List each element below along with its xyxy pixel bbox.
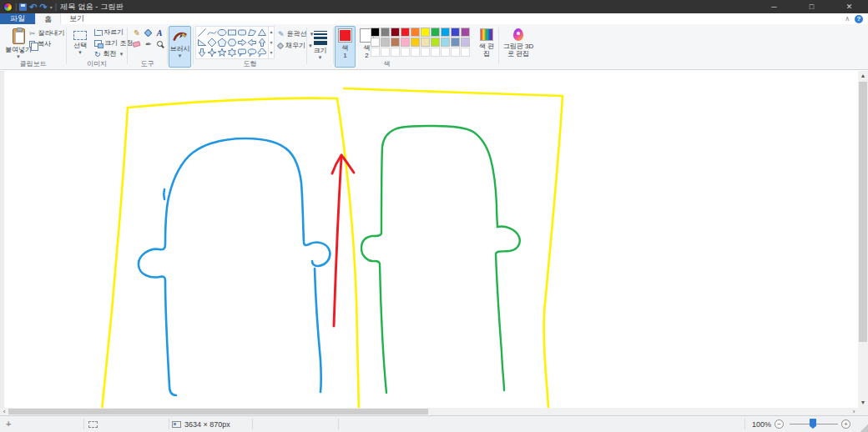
collapse-ribbon-icon[interactable]: ∧ (845, 15, 850, 23)
selection-icon (73, 31, 87, 40)
shape-arrow-down[interactable] (197, 48, 207, 58)
fill-tool[interactable] (142, 28, 154, 38)
group-label: 도형 (194, 59, 306, 68)
palette-swatch-14[interactable] (411, 38, 420, 47)
palette-swatch-1[interactable] (381, 28, 390, 37)
shape-arrow-left[interactable] (247, 38, 257, 48)
tab-view[interactable]: 보기 (61, 13, 93, 24)
shape-line[interactable] (197, 28, 207, 38)
cut-button[interactable]: ✂ 잘라내기 (29, 28, 65, 38)
palette-empty-slot-25[interactable] (421, 48, 430, 57)
palette-swatch-12[interactable] (391, 38, 400, 47)
brush-button[interactable]: 브러시 ▼ (169, 26, 191, 68)
palette-empty-slot-27[interactable] (441, 48, 450, 57)
palette-empty-slot-29[interactable] (461, 48, 470, 57)
palette-swatch-4[interactable] (411, 28, 420, 37)
shape-star-6[interactable] (227, 48, 237, 58)
text-icon: A (157, 28, 163, 38)
separator: | (15, 0, 17, 13)
zoom-out-button[interactable]: − (775, 419, 784, 429)
shape-callout-rounded[interactable] (237, 48, 247, 58)
shape-arrow-up[interactable] (257, 38, 267, 48)
palette-empty-slot-20[interactable] (371, 48, 380, 57)
shape-callout-oval[interactable] (247, 48, 257, 58)
palette-swatch-7[interactable] (441, 28, 450, 37)
group-clipboard: 붙여넣기 ▼ ✂ 잘라내기 복사 클립보드 (0, 24, 66, 69)
horizontal-scroll-thumb[interactable] (8, 409, 428, 414)
help-icon[interactable]: ? (855, 15, 863, 23)
palette-empty-slot-26[interactable] (431, 48, 440, 57)
palette-swatch-0[interactable] (371, 28, 380, 37)
shape-curve[interactable] (207, 28, 217, 38)
shape-ellipse[interactable] (217, 28, 227, 38)
vertical-scroll-thumb[interactable] (859, 82, 867, 342)
shape-star-5[interactable] (217, 48, 227, 58)
customize-toolbar-caret-icon[interactable]: ▾ (50, 4, 53, 10)
shape-star-4[interactable] (207, 48, 217, 58)
edit-colors-button[interactable]: 색 편집 (476, 26, 497, 66)
palette-swatch-18[interactable] (451, 38, 460, 47)
palette-swatch-19[interactable] (461, 38, 470, 47)
palette-swatch-8[interactable] (451, 28, 460, 37)
horizontal-scrollbar[interactable]: ‹ › (0, 408, 858, 415)
text-tool[interactable]: A (154, 28, 165, 38)
palette-swatch-13[interactable] (401, 38, 410, 47)
redo-icon[interactable]: ↷ (40, 2, 48, 12)
shape-rectangle[interactable] (227, 28, 237, 38)
palette-empty-slot-21[interactable] (381, 48, 390, 57)
palette-swatch-6[interactable] (431, 28, 440, 37)
zoom-in-button[interactable]: + (841, 419, 850, 429)
palette-swatch-10[interactable] (371, 38, 380, 47)
close-button[interactable]: ✕ (830, 0, 868, 13)
zoom-slider-thumb[interactable] (810, 419, 816, 429)
shape-polygon[interactable] (247, 28, 257, 38)
shapes-expand-icon[interactable]: ▼ (269, 48, 274, 58)
shape-pentagon[interactable] (217, 38, 227, 48)
shapes-scrollbar: ▲ ▼ ▼ (268, 27, 274, 58)
pencil-tool[interactable]: ✎ (130, 28, 142, 38)
shape-callout-cloud[interactable] (257, 48, 267, 58)
palette-swatch-5[interactable] (421, 28, 430, 37)
shapes-scroll-down-icon[interactable]: ▼ (269, 38, 274, 48)
palette-empty-slot-28[interactable] (451, 48, 460, 57)
vertical-scrollbar[interactable]: ▲ ▼ (858, 71, 868, 408)
size-button[interactable]: 크기 ▼ (309, 26, 331, 66)
palette-swatch-16[interactable] (431, 38, 440, 47)
shape-arrow-right[interactable] (237, 38, 247, 48)
shape-hexagon[interactable] (227, 38, 237, 48)
magnifier-tool[interactable] (154, 38, 165, 49)
color-picker-tool[interactable]: ✒ (142, 38, 154, 49)
yellow-frame-left (102, 108, 128, 408)
palette-swatch-11[interactable] (381, 38, 390, 47)
rotate-button[interactable]: ↻ 회전 ▼ (94, 49, 124, 58)
drawing-canvas[interactable] (4, 71, 858, 408)
undo-icon[interactable]: ↶ (29, 2, 37, 12)
shape-rounded-rectangle[interactable] (237, 28, 247, 38)
save-icon[interactable] (19, 3, 27, 11)
palette-empty-slot-24[interactable] (411, 48, 420, 57)
shape-triangle[interactable] (257, 28, 267, 38)
copy-button[interactable]: 복사 (29, 39, 51, 48)
tab-home[interactable]: 홈 (35, 13, 61, 24)
shape-diamond[interactable] (207, 38, 217, 48)
palette-empty-slot-23[interactable] (401, 48, 410, 57)
palette-swatch-2[interactable] (391, 28, 400, 37)
shapes-scroll-up-icon[interactable]: ▲ (269, 27, 274, 38)
minimize-button[interactable]: ─ (755, 0, 793, 13)
crop-button[interactable]: 자르기 (94, 28, 124, 37)
palette-swatch-3[interactable] (401, 28, 410, 37)
palette-swatch-17[interactable] (441, 38, 450, 47)
tab-file[interactable]: 파일 (0, 13, 35, 24)
palette-swatch-15[interactable] (421, 38, 430, 47)
edit-with-paint3d-button[interactable]: 그림판 3D로 편집 (501, 26, 536, 66)
eraser-tool[interactable] (130, 38, 142, 49)
scroll-down-icon[interactable]: ▼ (858, 398, 868, 408)
maximize-button[interactable]: □ (793, 0, 830, 13)
palette-empty-slot-22[interactable] (391, 48, 400, 57)
scroll-left-icon[interactable]: ‹ (0, 408, 8, 415)
shape-right-triangle[interactable] (197, 38, 207, 48)
scroll-right-icon[interactable]: › (850, 408, 858, 415)
scroll-up-icon[interactable]: ▲ (858, 71, 868, 81)
palette-swatch-9[interactable] (461, 28, 470, 37)
resize-grip-icon[interactable] (860, 424, 868, 432)
